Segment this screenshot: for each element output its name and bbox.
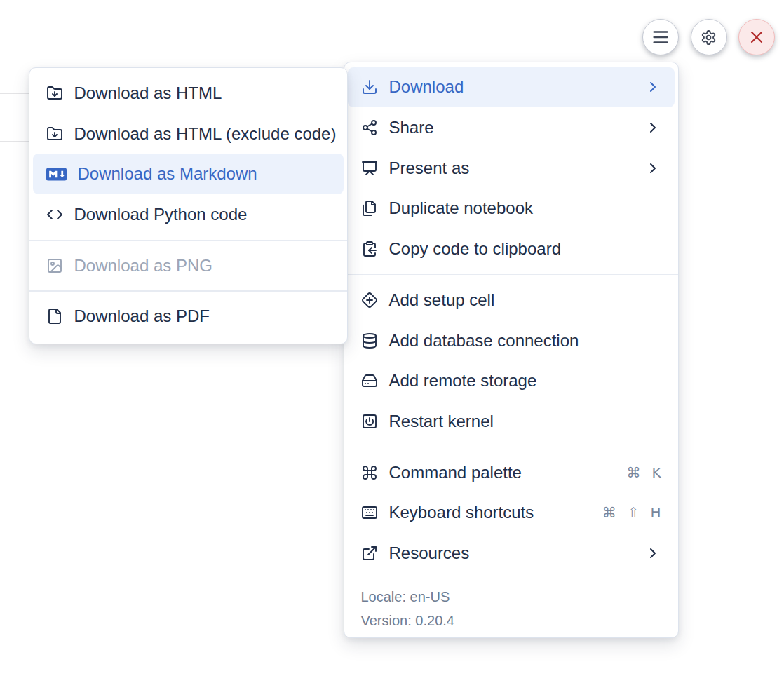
shortcut-key: ⌘ — [626, 464, 640, 481]
menu-item-download-as-html-exclude-code[interactable]: Download as HTML (exclude code) — [33, 114, 344, 154]
clipboard-copy-icon — [361, 241, 378, 257]
files-icon — [361, 200, 378, 217]
shortcut-hint: ⌘K — [626, 464, 661, 481]
menu-item-label: Restart kernel — [389, 412, 494, 431]
notebook-actions-menu: DownloadSharePresent asDuplicate noteboo… — [344, 62, 679, 639]
menu-item-label: Share — [389, 118, 434, 137]
code-icon — [46, 206, 63, 223]
menu-item-label: Resources — [389, 543, 470, 563]
menu-item-download-python-code[interactable]: Download Python code — [33, 194, 344, 235]
menu-item-download-as-markdown[interactable]: Download as Markdown — [33, 154, 344, 194]
presentation-icon — [361, 160, 378, 177]
menu-separator — [344, 579, 678, 580]
menu-item-label: Copy code to clipboard — [389, 239, 561, 259]
menu-item-label: Download as HTML — [74, 83, 222, 103]
menu-item-download-as-html[interactable]: Download as HTML — [33, 73, 344, 114]
shortcut-key: ⌘ — [602, 504, 616, 521]
close-icon — [747, 27, 766, 47]
submenu-indicator — [644, 79, 661, 95]
menu-separator — [29, 290, 347, 292]
folder-down-icon — [46, 126, 63, 142]
notebook-page: DownloadSharePresent asDuplicate noteboo… — [0, 0, 784, 690]
menu-item-present-as[interactable]: Present as — [348, 148, 675, 189]
background-cell-border-top — [0, 93, 29, 94]
menu-item-download-as-png: Download as PNG — [33, 245, 344, 286]
shortcut-key: H — [650, 504, 661, 521]
chevron-right-icon — [644, 160, 661, 177]
menu-item-label: Present as — [389, 158, 470, 178]
menu-footer: Locale: en-USVersion: 0.20.4 — [348, 584, 675, 632]
menu-item-label: Download as HTML (exclude code) — [74, 124, 337, 144]
markdown-icon — [46, 167, 67, 182]
menu-item-label: Download as Markdown — [78, 164, 257, 184]
folder-down-icon — [46, 85, 63, 102]
download-submenu: Download as HTMLDownload as HTML (exclud… — [29, 67, 348, 344]
menu-item-add-database-connection[interactable]: Add database connection — [348, 320, 675, 361]
locale-text: Locale: en-US — [361, 585, 675, 609]
menu-item-label: Keyboard shortcuts — [389, 503, 534, 522]
version-text: Version: 0.20.4 — [361, 609, 675, 632]
menu-item-restart-kernel[interactable]: Restart kernel — [348, 401, 675, 442]
command-icon — [361, 464, 378, 481]
menu-item-download[interactable]: Download — [348, 67, 675, 108]
hard-drive-icon — [361, 372, 378, 389]
download-icon — [361, 79, 378, 95]
menu-item-label: Add setup cell — [389, 290, 495, 310]
menu-item-duplicate-notebook[interactable]: Duplicate notebook — [348, 189, 675, 229]
keyboard-icon — [361, 504, 378, 521]
gear-icon — [701, 29, 717, 46]
submenu-indicator — [644, 545, 661, 562]
menu-item-add-setup-cell[interactable]: Add setup cell — [348, 280, 675, 320]
image-icon — [46, 257, 63, 274]
menu-item-keyboard-shortcuts[interactable]: Keyboard shortcuts⌘⇧H — [348, 493, 675, 534]
submenu-indicator — [644, 119, 661, 136]
menu-item-add-remote-storage[interactable]: Add remote storage — [348, 360, 675, 401]
square-power-icon — [361, 413, 378, 430]
notebook-actions-button[interactable] — [642, 19, 679, 55]
menu-separator — [29, 240, 347, 241]
menu-item-label: Command palette — [389, 463, 522, 482]
diamond-plus-icon — [361, 292, 378, 309]
share-icon — [361, 119, 378, 136]
menu-item-label: Add database connection — [389, 331, 579, 351]
shortcut-hint: ⌘⇧H — [602, 504, 661, 521]
chevron-right-icon — [644, 119, 661, 136]
file-icon — [46, 308, 63, 325]
menu-item-label: Download — [389, 77, 464, 97]
menu-item-label: Download as PNG — [74, 256, 212, 276]
database-icon — [361, 332, 378, 349]
menu-item-label: Add remote storage — [389, 371, 537, 391]
menu-item-label: Duplicate notebook — [389, 198, 533, 218]
settings-button[interactable] — [691, 19, 727, 55]
shortcut-key: K — [651, 464, 661, 481]
menu-item-copy-code-to-clipboard[interactable]: Copy code to clipboard — [348, 229, 675, 269]
menu-item-download-as-pdf[interactable]: Download as PDF — [33, 297, 344, 337]
menu-separator — [344, 274, 678, 276]
shutdown-button[interactable] — [738, 19, 775, 55]
background-cell-border-bottom — [0, 141, 29, 142]
menu-item-label: Download Python code — [74, 205, 248, 224]
shortcut-key: ⇧ — [628, 504, 640, 521]
chevron-right-icon — [644, 79, 661, 95]
menu-item-share[interactable]: Share — [348, 107, 675, 148]
external-link-icon — [361, 545, 378, 562]
menu-item-command-palette[interactable]: Command palette⌘K — [348, 452, 675, 493]
submenu-indicator — [644, 160, 661, 177]
chevron-right-icon — [644, 545, 661, 562]
menu-separator — [344, 447, 678, 448]
menu-item-label: Download as PDF — [74, 306, 210, 326]
menu-icon — [651, 27, 670, 47]
menu-item-resources[interactable]: Resources — [348, 533, 675, 574]
